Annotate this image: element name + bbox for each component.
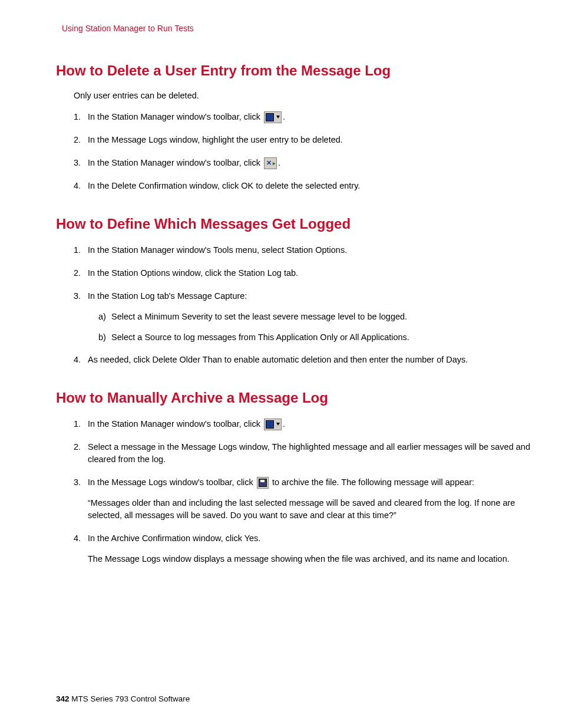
step-note: The Message Logs window displays a messa… xyxy=(88,553,533,565)
step-text-end: to archive the file. The following messa… xyxy=(270,477,474,487)
intro-text: Only user entries can be deleted. xyxy=(74,91,533,100)
list-item: In the Station Manager window's Tools me… xyxy=(74,244,533,256)
step-text: In the Station Manager window's toolbar,… xyxy=(88,419,263,429)
list-item: As needed, click Delete Older Than to en… xyxy=(74,354,533,366)
breadcrumb: Using Station Manager to Run Tests xyxy=(62,24,533,33)
list-item: In the Station Manager window's toolbar,… xyxy=(74,111,533,123)
list-item: In the Delete Confirmation window, click… xyxy=(74,180,533,192)
step-text-end: . xyxy=(283,419,285,429)
list-item: Select a message in the Message Logs win… xyxy=(74,441,533,466)
list-item: In the Message Logs window's toolbar, cl… xyxy=(74,476,533,522)
list-item: In the Archive Confirmation window, clic… xyxy=(74,532,533,565)
list-item: In the Station Manager window's toolbar,… xyxy=(74,157,533,169)
page-number: 342 xyxy=(56,694,70,703)
page-footer: 342 MTS Series 793 Control Software xyxy=(56,694,190,703)
heading-manually-archive: How to Manually Archive a Message Log xyxy=(56,390,533,406)
substeps: Select a Minimum Severity to set the lea… xyxy=(98,311,533,343)
steps-delete: In the Station Manager window's toolbar,… xyxy=(74,111,533,192)
steps-define: In the Station Manager window's Tools me… xyxy=(74,244,533,366)
list-item: In the Station Log tab's Message Capture… xyxy=(74,290,533,343)
step-text: In the Station Manager window's toolbar,… xyxy=(88,112,263,121)
steps-archive: In the Station Manager window's toolbar,… xyxy=(74,418,533,565)
step-note: “Messages older than and including the l… xyxy=(88,497,533,522)
list-item: In the Station Options window, click the… xyxy=(74,267,533,279)
heading-delete-user-entry: How to Delete a User Entry from the Mess… xyxy=(56,62,533,79)
delete-entry-toolbar-icon xyxy=(264,157,277,169)
step-text: In the Message Logs window's toolbar, cl… xyxy=(88,477,256,487)
list-item: In the Station Manager window's toolbar,… xyxy=(74,418,533,430)
doc-title: MTS Series 793 Control Software xyxy=(70,694,190,703)
list-item: Select a Source to log messages from Thi… xyxy=(98,331,533,343)
list-item: In the Message Logs window, highlight th… xyxy=(74,134,533,146)
step-text-end: . xyxy=(283,112,285,121)
list-item: Select a Minimum Severity to set the lea… xyxy=(98,311,533,322)
step-text: In the Station Log tab's Message Capture… xyxy=(88,291,247,301)
heading-define-messages: How to Define Which Messages Get Logged xyxy=(56,216,533,232)
document-page: Using Station Manager to Run Tests How t… xyxy=(0,0,562,565)
archive-save-icon xyxy=(257,477,269,489)
step-text-end: . xyxy=(278,158,280,167)
message-log-toolbar-icon xyxy=(264,111,282,123)
message-log-toolbar-icon xyxy=(264,419,282,430)
step-text: In the Archive Confirmation window, clic… xyxy=(88,533,260,543)
step-text: In the Station Manager window's toolbar,… xyxy=(88,158,263,167)
